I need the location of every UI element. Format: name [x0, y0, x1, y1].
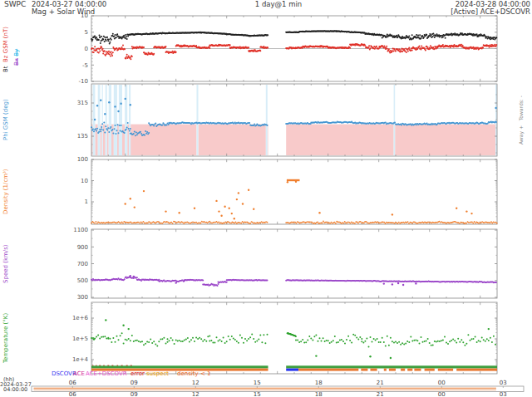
bx-disabled-label: Bx: [13, 58, 20, 66]
svg-text:-10: -10: [79, 78, 88, 85]
phi-polarity-label: Away + Towards: -: [515, 84, 525, 156]
speed-axis-label: Speed (km/s): [1, 229, 11, 298]
svg-text:15: 15: [254, 380, 261, 386]
swpc-solar-wind-plot: 1050-5-1031513510010111009007005003001e+…: [0, 0, 532, 397]
legend-density-flag: density < 1: [177, 370, 210, 377]
svg-text:12: 12: [192, 380, 200, 386]
phi-shading: [91, 85, 497, 155]
data-series: [91, 30, 498, 359]
time-axis: 06091215182100030609121518210003: [32, 380, 524, 397]
axes: 1050-5-1031513510010111009007005003001e+…: [72, 12, 497, 374]
temperature-axis-label: Temperature (°K): [1, 302, 11, 374]
svg-text:15: 15: [254, 391, 261, 397]
svg-text:12: 12: [192, 391, 200, 397]
legend-ace-dscovr: ACE+DSCOVR: [86, 370, 127, 377]
bfield-axis-label: Bt Bz GSM (nT): [1, 16, 11, 82]
density-axis-label: Density (1/cm³): [1, 159, 11, 224]
bz-label: Bz GSM (nT): [2, 27, 9, 62]
svg-text:315: 315: [77, 100, 88, 106]
svg-text:135: 135: [77, 133, 88, 140]
app-title: SWPC: [4, 1, 26, 9]
svg-text:10: 10: [81, 178, 88, 184]
svg-text:09: 09: [131, 380, 138, 386]
svg-text:1e+4: 1e+4: [72, 356, 89, 363]
svg-text:09: 09: [131, 391, 138, 397]
svg-text:18: 18: [315, 391, 323, 397]
svg-text:00: 00: [438, 380, 446, 386]
plot-title: Mag + Solar Wind: [32, 8, 95, 16]
svg-text:1e+5: 1e+5: [72, 336, 88, 342]
svg-text:1: 1: [85, 198, 88, 205]
phi-axis-label: Phi GSM (deg): [1, 84, 11, 156]
svg-text:03: 03: [500, 380, 507, 386]
svg-text:1e+6: 1e+6: [72, 315, 89, 321]
svg-text:0: 0: [85, 46, 88, 52]
legend-suspect: suspect: [146, 370, 169, 377]
axis-start-time: 04:00:00: [3, 387, 27, 393]
svg-text:100: 100: [77, 156, 88, 163]
svg-text:-5: -5: [82, 62, 88, 69]
bt-label: Bt: [2, 66, 9, 72]
svg-text:21: 21: [377, 391, 384, 397]
data-source-status: [Active] ACE+DSCOVR: [451, 8, 530, 16]
legend-error: error: [131, 370, 145, 377]
svg-text:700: 700: [77, 261, 88, 267]
by-disabled-label: By: [13, 49, 20, 56]
svg-text:21: 21: [377, 380, 384, 386]
bxby-axis-label: Bx By: [12, 33, 22, 81]
legend-ace: ACE: [73, 370, 85, 377]
svg-text:300: 300: [77, 294, 88, 301]
svg-text:00: 00: [438, 391, 446, 397]
svg-text:5: 5: [85, 29, 88, 36]
plot-canvas: 1050-5-1031513510010111009007005003001e+…: [0, 0, 532, 397]
svg-text:900: 900: [77, 244, 88, 251]
plot-cadence: 1 day@1 min: [224, 1, 332, 8]
svg-text:1100: 1100: [73, 227, 88, 233]
svg-text:06: 06: [69, 391, 76, 397]
svg-text:03: 03: [500, 391, 507, 397]
svg-text:500: 500: [77, 277, 88, 284]
quality-legend: DSCOVR ACE ACE+DSCOVR error suspect dens…: [0, 370, 532, 379]
svg-text:18: 18: [315, 380, 323, 386]
svg-text:06: 06: [69, 380, 76, 386]
